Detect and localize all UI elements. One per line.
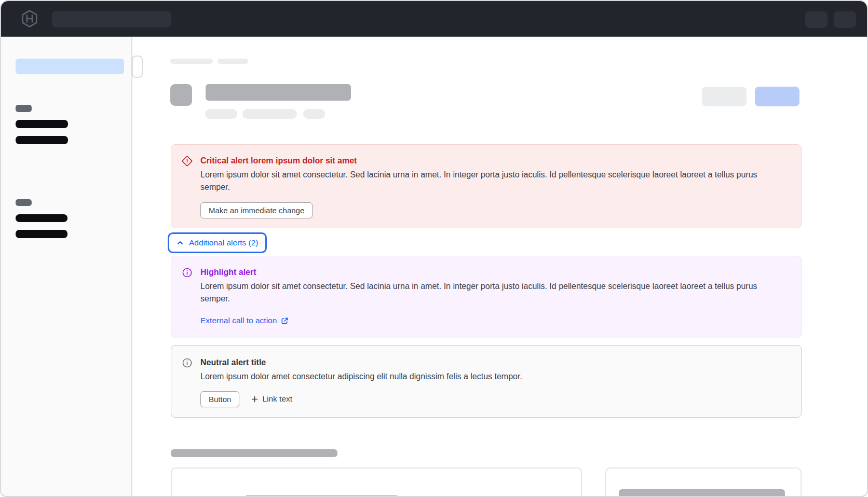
additional-alerts-toggle[interactable]: Additional alerts (2) (170, 235, 264, 251)
page-icon-skeleton (170, 84, 192, 106)
additional-alerts-label: Additional alerts (2) (189, 237, 259, 248)
plus-icon (251, 395, 259, 403)
secondary-action-button-skeleton[interactable] (702, 87, 747, 106)
external-link-icon (281, 317, 289, 325)
topbar-action-button-1[interactable] (805, 11, 828, 28)
neutral-alert-link[interactable]: Link text (251, 394, 292, 404)
critical-alert-title: Critical alert lorem ipsum dolor sit ame… (200, 155, 789, 167)
content-card-skeleton (171, 467, 582, 497)
sidebar-collapse-handle[interactable] (132, 56, 143, 78)
info-circle-icon (182, 267, 193, 278)
alert-diamond-icon (182, 156, 193, 167)
breadcrumb-skeleton (170, 59, 213, 64)
page-meta-skeleton (242, 109, 297, 119)
info-circle-icon (182, 357, 193, 368)
sidebar-item-selected-skeleton[interactable] (16, 59, 124, 74)
highlight-alert-banner: Highlight alert Lorem ipsum dolor sit am… (171, 256, 802, 338)
page-meta-skeleton (205, 109, 237, 119)
primary-action-button-skeleton[interactable] (755, 87, 799, 106)
chevron-up-icon (176, 239, 184, 247)
sidebar-item-skeleton (16, 120, 68, 128)
neutral-alert-title: Neutral alert title (200, 357, 789, 368)
sidebar-group-label-skeleton (16, 105, 32, 112)
sidebar-item-skeleton (16, 230, 67, 238)
highlight-alert-description: Lorem ipsum dolor sit amet consectetur. … (200, 280, 789, 305)
card-content-skeleton (619, 489, 785, 497)
additional-alerts-focus-ring: Additional alerts (2) (168, 232, 267, 253)
top-nav-bar (1, 1, 867, 37)
page-meta-skeleton (303, 109, 325, 119)
highlight-alert-title: Highlight alert (200, 267, 789, 278)
external-call-to-action-link[interactable]: External call to action (200, 315, 289, 326)
critical-alert-banner: Critical alert lorem ipsum dolor sit ame… (171, 144, 802, 228)
external-cta-label: External call to action (200, 315, 277, 326)
search-input[interactable] (52, 11, 171, 27)
topbar-action-button-2[interactable] (834, 11, 856, 28)
card-content-skeleton (245, 495, 398, 497)
section-title-skeleton (171, 449, 337, 457)
sidebar (1, 37, 132, 496)
app-window: Critical alert lorem ipsum dolor sit ame… (0, 0, 868, 497)
page-title-skeleton (206, 84, 351, 101)
immediate-change-button[interactable]: Make an immediate change (200, 202, 313, 218)
sidebar-group-label-skeleton (16, 199, 32, 206)
breadcrumb-skeleton (218, 59, 248, 64)
neutral-alert-description: Lorem ipsum dolor amet consectetur adipi… (200, 370, 789, 383)
sidebar-item-skeleton (16, 214, 67, 222)
sidebar-item-skeleton (16, 136, 68, 144)
neutral-link-label: Link text (262, 394, 292, 404)
neutral-alert-button[interactable]: Button (200, 391, 239, 407)
hashicorp-logo-icon (20, 9, 39, 29)
neutral-alert-banner: Neutral alert title Lorem ipsum dolor am… (171, 345, 802, 418)
critical-alert-description: Lorem ipsum dolor sit amet consectetur. … (200, 169, 789, 193)
